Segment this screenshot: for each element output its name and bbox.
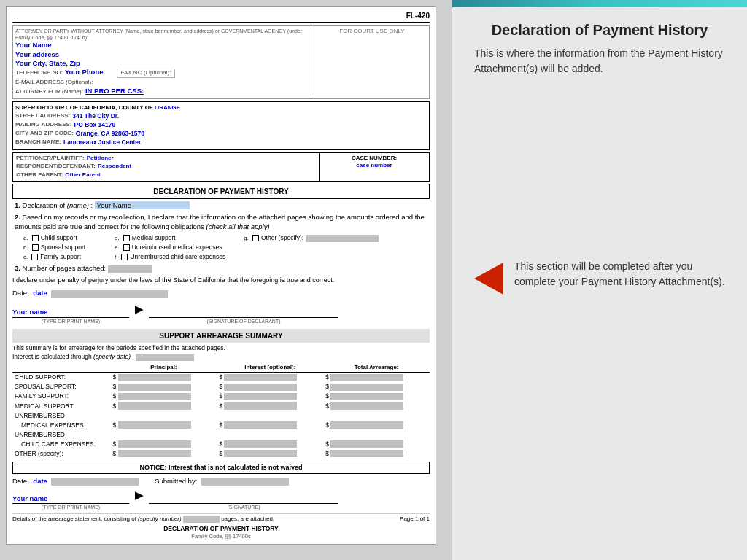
respondent-label: RESPONDENT/DEFENDANT: [16, 163, 96, 170]
footer-title: DECLARATION OF PAYMENT HISTORY [12, 525, 430, 533]
other-principal-field[interactable] [118, 450, 191, 457]
other-total-field[interactable] [330, 450, 403, 457]
row-principal-medical: $ [111, 402, 217, 411]
spousal-principal-field[interactable] [118, 384, 191, 391]
interest-date-field[interactable] [136, 354, 194, 361]
court-section: SUPERIOR COURT OF CALIFORNIA, COUNTY OF … [12, 101, 430, 150]
petitioner-label: PETITIONER/PLAINTIFF: [16, 155, 85, 162]
child-total-field[interactable] [330, 374, 403, 381]
item3-label: Number of pages attached: [23, 264, 107, 272]
date-row-top: Date: date [12, 289, 430, 298]
checkbox-d-box[interactable] [123, 235, 130, 241]
your-name-top: Your name [12, 308, 129, 316]
form-number: FL-420 [406, 11, 430, 20]
row-interest-child: $ [217, 373, 323, 383]
row-principal-family: $ [111, 392, 217, 401]
summary-row-family: FAMILY SUPPORT: $ $ $ [12, 392, 430, 401]
checkbox-c-box[interactable] [31, 254, 38, 260]
sig-line-top [149, 305, 338, 318]
form-document: FL-420 ATTORNEY OR PARTY WITHOUT ATTORNE… [6, 6, 436, 545]
court-label: SUPERIOR COURT OF CALIFORNIA, COUNTY OF [15, 104, 153, 111]
checkbox-g: g. Other (specify): [244, 234, 379, 242]
medical-interest-field[interactable] [224, 402, 297, 410]
case-section: CASE NUMBER: case number [320, 153, 429, 181]
checkbox-col-def: d. Medical support e. Unreimbursed medic… [115, 234, 225, 261]
fax-value: FAX NO (Optional): [117, 69, 176, 77]
family-total-field[interactable] [330, 393, 403, 400]
submitted-by-field[interactable] [201, 478, 289, 486]
cb-a-letter: a. [23, 235, 28, 242]
checkbox-col-g: g. Other (specify): [244, 234, 379, 261]
tel-value: Your Phone [65, 68, 104, 77]
medical-total-field[interactable] [330, 402, 403, 410]
child-interest-field[interactable] [224, 374, 297, 381]
cb-b-letter: b. [23, 244, 28, 252]
medical-principal-field[interactable] [118, 402, 191, 410]
med-exp-principal-field[interactable] [118, 421, 191, 429]
checkbox-a-box[interactable] [32, 235, 39, 241]
row-interest-medical: $ [217, 402, 323, 411]
checkbox-e-box[interactable] [123, 244, 130, 251]
family-interest-field[interactable] [224, 393, 297, 400]
petitioner-value: Petitioner [87, 155, 114, 162]
date-field-bottom[interactable] [51, 478, 139, 486]
spousal-interest-field[interactable] [224, 384, 297, 391]
row-label-spousal: SPOUSAL SUPPORT: [12, 382, 111, 392]
child-principal-field[interactable] [118, 374, 191, 381]
other-specify-field[interactable] [306, 235, 379, 242]
info-description: This is where the information from the P… [474, 46, 725, 77]
court-county: Orange [155, 104, 180, 111]
row-label-other: OTHER (specify): [12, 449, 111, 459]
tel-label: TELEPHONE NO: [15, 69, 63, 77]
checkbox-b-box[interactable] [32, 244, 39, 251]
pages-attached-field[interactable] [108, 265, 152, 273]
childcare-principal-field[interactable] [118, 440, 191, 448]
col-header-interest: Interest (optional): [217, 363, 323, 373]
checkbox-d: d. Medical support [115, 234, 225, 242]
name-sig-block-bottom: Your name (TYPE OR PRINT NAME) [12, 494, 129, 510]
med-exp-total-field[interactable] [330, 421, 403, 429]
cb-a-label: Child support [41, 234, 77, 242]
summary-row-childcare: CHILD CARE EXPENSES: $ $ $ [12, 440, 430, 449]
red-arrow-icon [474, 262, 503, 295]
form-footer: Details of the arrearage statement, cons… [12, 513, 430, 524]
checkbox-section: a. Child support b. Spousal support c. F… [12, 234, 430, 261]
notice-bar: NOTICE: Interest that is not calculated … [12, 462, 430, 475]
attorney-city: Your City, State, Zip [15, 59, 307, 68]
summary-table-header: Principal: Interest (optional): Total Ar… [12, 363, 430, 373]
item2-number: 2. [15, 213, 20, 221]
sig-line-block-top: (SIGNATURE OF DECLARANT) [149, 305, 430, 324]
childcare-interest-field[interactable] [224, 440, 297, 448]
spousal-total-field[interactable] [330, 384, 403, 391]
family-principal-field[interactable] [118, 393, 191, 400]
cityzip-value: Orange, CA 92863-1570 [76, 130, 144, 138]
other-parent-row: OTHER PARENT: Other Parent [16, 171, 316, 179]
info-bottom-section: This section will be completed after you… [474, 259, 725, 295]
checkbox-c: c. Family support [23, 253, 96, 261]
row-total-other: $ [323, 449, 430, 459]
med-exp-interest-field[interactable] [224, 421, 297, 429]
checkbox-f-box[interactable] [121, 254, 128, 260]
row-label-family: FAMILY SUPPORT: [12, 392, 111, 401]
checkbox-g-box[interactable] [252, 235, 259, 241]
childcare-total-field[interactable] [330, 440, 403, 448]
cb-g-label: Other (specify): [261, 234, 303, 242]
row-total-spousal: $ [323, 382, 430, 392]
date-label-bottom: Date: [12, 477, 29, 485]
unreimbursed-header: UNREIMBURSED [12, 411, 430, 421]
your-name-bottom: Your name [12, 494, 129, 503]
cb-c-label: Family support [40, 253, 81, 261]
document-panel[interactable]: FL-420 ATTORNEY OR PARTY WITHOUT ATTORNE… [0, 0, 452, 560]
date-field-top[interactable] [51, 290, 168, 298]
other-interest-field[interactable] [224, 450, 297, 457]
row-label-child: CHILD SUPPORT: [12, 373, 111, 383]
footer-page-number: Page 1 of 1 [400, 516, 430, 523]
col-header-empty [12, 363, 111, 373]
checkbox-f: f. Unreimbursed child care expenses [115, 253, 225, 261]
footer-specify-field[interactable] [183, 516, 220, 523]
submitted-by-label: Submitted by: [155, 477, 197, 485]
row-principal-other: $ [111, 449, 217, 459]
item3-number: 3. [15, 264, 20, 272]
footer-details: Details of the arrearage statement, cons… [12, 516, 274, 524]
summary-row-unreimbursed-label: UNREIMBURSED [12, 411, 430, 421]
